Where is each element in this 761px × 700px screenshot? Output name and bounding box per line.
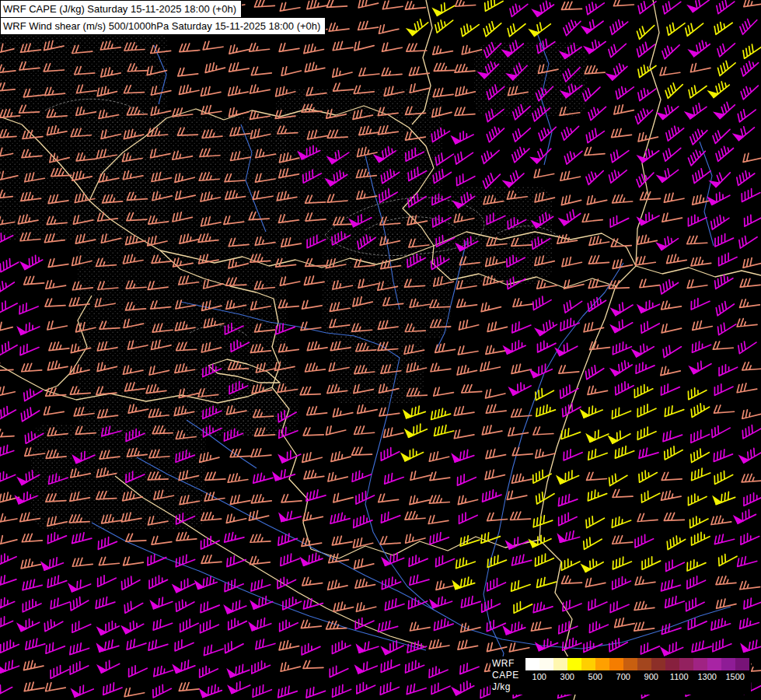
legend-color-cell: [665, 658, 679, 670]
legend-color-cell: [595, 658, 609, 670]
legend-units-label: J/kg: [492, 681, 519, 693]
legend-labels: WRF CAPE J/kg: [492, 658, 519, 693]
legend-tick-label: 1300: [697, 672, 716, 681]
map-title-wind-shear: WRF Wind shear (m/s) 500/1000hPa Saturda…: [0, 17, 326, 35]
legend-color-cell: [679, 658, 693, 670]
legend-color-cell: [735, 658, 749, 670]
legend-tick-label: 100: [532, 672, 546, 681]
legend-tick-label: 1100: [670, 672, 689, 681]
legend-color-cell: [721, 658, 735, 670]
legend-ticks: 100300500700900110013001500: [525, 672, 749, 683]
legend-colorbar: [525, 658, 749, 670]
legend-color-cell: [707, 658, 721, 670]
legend-color-cell: [623, 658, 637, 670]
weather-map-window: WRF CAPE (J/kg) Saturday 15-11-2025 18:0…: [0, 0, 761, 700]
legend-color-cell: [567, 658, 581, 670]
legend-tick-label: 900: [644, 672, 658, 681]
legend-color-cell: [525, 658, 539, 670]
map-title-block: WRF CAPE (J/kg) Saturday 15-11-2025 18:0…: [0, 0, 326, 35]
cape-legend: WRF CAPE J/kg 10030050070090011001300150…: [490, 656, 751, 695]
legend-color-cell: [539, 658, 553, 670]
map-canvas: [0, 0, 761, 700]
legend-color-cell: [693, 658, 707, 670]
legend-model-label: WRF: [492, 658, 519, 670]
legend-tick-label: 700: [616, 672, 630, 681]
legend-color-cell: [609, 658, 623, 670]
legend-color-cell: [553, 658, 567, 670]
legend-tick-label: 1500: [725, 672, 744, 681]
legend-color-cell: [651, 658, 665, 670]
map-title-cape: WRF CAPE (J/kg) Saturday 15-11-2025 18:0…: [0, 0, 242, 18]
legend-scale: 100300500700900110013001500: [525, 658, 749, 683]
legend-variable-label: CAPE: [492, 670, 519, 681]
legend-color-cell: [581, 658, 595, 670]
legend-tick-label: 300: [560, 672, 574, 681]
legend-color-cell: [637, 658, 651, 670]
legend-tick-label: 500: [588, 672, 602, 681]
